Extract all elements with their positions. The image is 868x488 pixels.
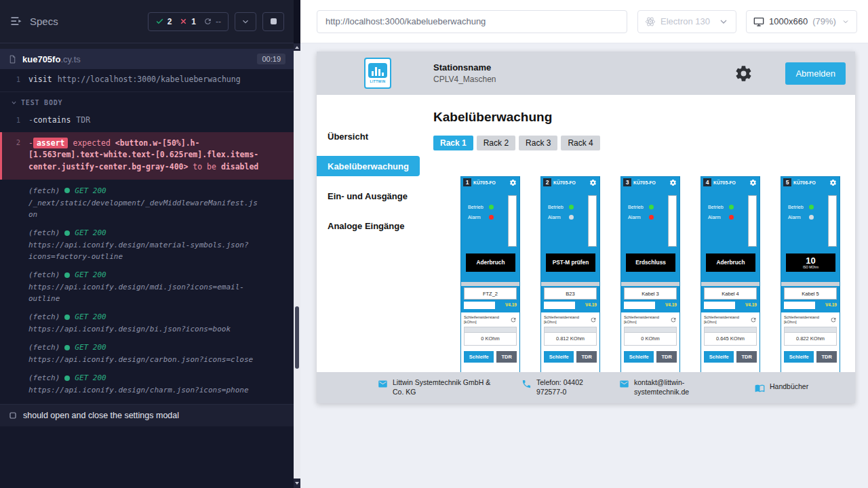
nav-item-ein-und-ausgaenge[interactable]: Ein- und Ausgänge: [317, 186, 420, 206]
fetch-status: GET 200: [75, 312, 106, 321]
cable-name-field[interactable]: FTZ_2: [464, 287, 517, 300]
card-divider: [461, 282, 519, 286]
refresh-icon[interactable]: [510, 317, 517, 323]
pending-test-row[interactable]: should open and close the settings modal: [0, 404, 294, 426]
visit-command-row[interactable]: 1 visithttp://localhost:3000/kabelueberw…: [0, 70, 294, 89]
card-terminal-strip: [508, 195, 517, 247]
refresh-icon[interactable]: [830, 317, 837, 323]
version-box: [784, 302, 815, 309]
spec-file-row[interactable]: kue705fo.cy.ts 00:19: [0, 49, 294, 69]
schleife-button[interactable]: Schleife: [784, 351, 814, 363]
specs-menu-icon[interactable]: [9, 15, 23, 28]
tdr-button[interactable]: TDR: [576, 351, 597, 363]
nav-item-uebersicht[interactable]: Übersicht: [317, 126, 420, 146]
fetch-log-row[interactable]: (fetch) GET 200 /_next/static/developmen…: [0, 182, 294, 224]
alarm-label: Alarm: [468, 214, 481, 220]
contains-command-row[interactable]: 1 containsTDR: [0, 111, 294, 129]
specs-label[interactable]: Specs: [30, 16, 58, 27]
version-box: [624, 302, 655, 309]
tdr-button[interactable]: TDR: [496, 351, 517, 363]
card-settings-gear-icon[interactable]: [589, 179, 597, 186]
refresh-icon: [203, 17, 212, 26]
scrollbar-thumb[interactable]: [295, 306, 299, 369]
tdr-button[interactable]: TDR: [816, 351, 837, 363]
tdr-button[interactable]: TDR: [656, 351, 677, 363]
refresh-icon[interactable]: [670, 317, 677, 323]
fetch-log-row[interactable]: (fetch) GET 200 https://api.iconify.desi…: [0, 224, 294, 266]
alarm-label: Alarm: [708, 214, 721, 220]
cable-name-field[interactable]: Kabel 4: [704, 287, 757, 300]
tab-rack-4[interactable]: Rack 4: [561, 136, 599, 150]
refresh-icon[interactable]: [750, 317, 757, 323]
fetch-log-row[interactable]: (fetch) GET 200 https://api.iconify.desi…: [0, 308, 294, 339]
settings-gear-icon[interactable]: [734, 64, 753, 83]
card-terminal-strip: [668, 195, 677, 247]
cable-name-field[interactable]: B23: [544, 287, 597, 300]
logout-button[interactable]: Abmelden: [785, 62, 846, 85]
cable-name-field[interactable]: Kabel 5: [784, 287, 837, 300]
book-icon: [755, 383, 765, 393]
request-status-dot-icon: [64, 272, 70, 278]
fetch-prefix: (fetch): [28, 228, 60, 237]
footer-phone: Telefon: 04402 972577-0: [521, 378, 599, 396]
app-sidebar: Übersicht Kabelüberwachung Ein- und Ausg…: [317, 95, 420, 372]
fetch-url: https://api.iconify.design/mdi.json?icon…: [28, 281, 258, 304]
manuals-link[interactable]: Handbücher: [770, 382, 808, 392]
tdr-button[interactable]: TDR: [736, 351, 757, 363]
card-number: 5: [783, 178, 791, 186]
betrieb-led: [489, 205, 494, 209]
reporter-scrollbar[interactable]: [294, 0, 300, 488]
nav-item-kabelueberwachung[interactable]: Kabelüberwachung: [317, 156, 420, 176]
card-settings-gear-icon[interactable]: [509, 179, 517, 186]
request-status-dot-icon: [64, 345, 70, 350]
resistance-value-box: 0 KOhm: [464, 327, 517, 346]
stop-tests-button[interactable]: [262, 12, 284, 31]
fetch-log-row[interactable]: (fetch) GET 200 https://api.iconify.desi…: [0, 266, 294, 308]
url-input[interactable]: [317, 10, 627, 33]
fetch-prefix: (fetch): [28, 373, 60, 382]
tab-rack-3[interactable]: Rack 3: [519, 136, 557, 150]
chevron-down-icon: [718, 16, 729, 27]
tab-rack-2[interactable]: Rack 2: [477, 136, 515, 150]
betrieb-led: [569, 205, 574, 209]
fetch-url: https://api.iconify.design/material-symb…: [28, 239, 258, 262]
collapse-reporter-button[interactable]: [235, 12, 256, 31]
schleife-button[interactable]: Schleife: [624, 351, 654, 363]
scrollbar-cap: [294, 0, 300, 43]
measurement-label: Schleifenwiderstand [kOhm]: [784, 315, 827, 325]
fetch-log-row[interactable]: (fetch) GET 200 https://api.iconify.desi…: [0, 339, 294, 369]
assert-state: disabled: [221, 162, 258, 171]
schleife-button[interactable]: Schleife: [544, 351, 574, 363]
passed-count: 2: [167, 17, 172, 26]
assert-message: assertexpected <button.w-[50%].h-[1.563r…: [28, 138, 274, 174]
cable-name-field[interactable]: Kabel 3: [624, 287, 677, 300]
measurement-label: Schleifenwiderstand [kOhm]: [544, 315, 587, 325]
scroll-up-arrow[interactable]: [294, 43, 300, 51]
card-settings-gear-icon[interactable]: [669, 179, 677, 186]
tab-rack-1[interactable]: Rack 1: [433, 136, 473, 150]
card-settings-gear-icon[interactable]: [749, 179, 757, 186]
cable-card: 1 KÜ705-FO Betrieb: [460, 176, 520, 372]
fetch-url: https://api.iconify.design/bi.json?icons…: [28, 323, 231, 335]
footer-company: Littwin Systemtechnik GmbH & Co. KG: [378, 378, 494, 396]
schleife-button[interactable]: Schleife: [464, 351, 494, 363]
email-address[interactable]: kontakt@littwin-systemtechnik.de: [634, 378, 707, 396]
status-display: 10ISO MOhm: [786, 253, 835, 272]
command-number: 1: [0, 74, 20, 85]
fetch-log-row[interactable]: (fetch) GET 200 https://api.iconify.desi…: [0, 369, 294, 400]
refresh-icon[interactable]: [590, 317, 597, 323]
browser-selector[interactable]: Electron 130: [637, 10, 736, 33]
failed-assert-row[interactable]: 2 assertexpected <button.w-[50%].h-[1.56…: [0, 132, 294, 180]
card-model-label: KÜ705-FO: [553, 180, 587, 185]
card-settings-gear-icon[interactable]: [829, 179, 837, 186]
scroll-down-arrow[interactable]: [294, 479, 300, 488]
status-message: Aderbruch: [717, 260, 745, 266]
failed-stat: 1: [179, 17, 196, 26]
status-message: Erdschluss: [635, 260, 666, 266]
firmware-version: V4.19: [745, 302, 757, 307]
viewport-selector[interactable]: 1000x660 (79%): [746, 10, 857, 33]
test-body-section[interactable]: TEST BODY: [0, 92, 294, 111]
nav-item-analoge-eingaenge[interactable]: Analoge Eingänge: [317, 216, 420, 236]
schleife-button[interactable]: Schleife: [704, 351, 734, 363]
phone-number[interactable]: Telefon: 04402 972577-0: [536, 378, 599, 396]
